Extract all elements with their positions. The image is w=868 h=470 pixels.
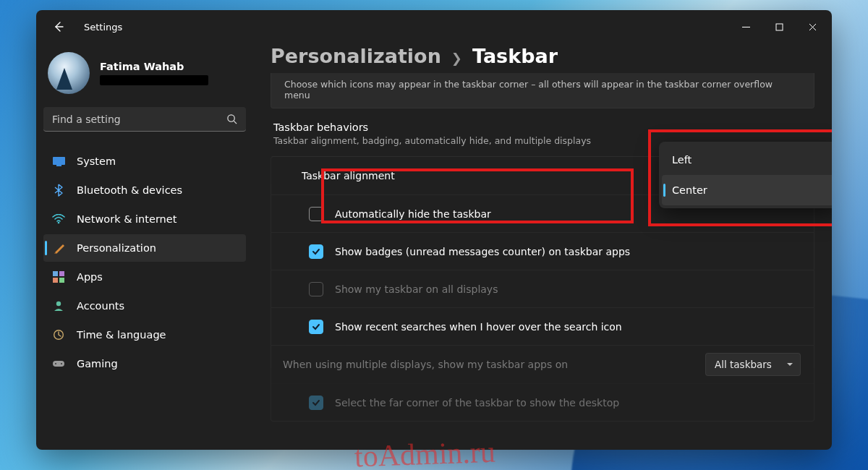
checkbox-checked[interactable] <box>309 244 323 259</box>
checkbox-unchecked[interactable] <box>309 207 323 221</box>
sidebar-item-label: System <box>77 155 116 167</box>
corner-overflow-hint: Choose which icons may appear in the tas… <box>271 73 814 108</box>
row-far-corner[interactable]: Select the far corner of the taskbar to … <box>271 383 814 421</box>
breadcrumb-parent[interactable]: Personalization <box>271 45 441 67</box>
row-badges[interactable]: Show badges (unread messages counter) on… <box>271 232 814 270</box>
paintbrush-icon <box>52 242 65 255</box>
maximize-icon <box>775 23 783 31</box>
row-label: Show badges (unread messages counter) on… <box>335 246 630 257</box>
profile-email-redacted <box>100 75 208 85</box>
check-icon <box>312 398 320 407</box>
checkbox-checked[interactable] <box>309 396 323 410</box>
checkbox-disabled <box>309 282 323 296</box>
alignment-option-center[interactable]: Center <box>662 175 832 205</box>
alignment-dropdown: Left Center <box>659 142 832 208</box>
main-panel: Personalization ❯ Taskbar Choose which i… <box>253 43 832 450</box>
sidebar-item-label: Network & internet <box>77 213 176 225</box>
profile-text: Fatima Wahab <box>100 61 208 85</box>
svg-rect-2 <box>53 157 65 165</box>
nav-list: System Bluetooth & devices Network & int… <box>43 148 246 377</box>
sidebar-item-apps[interactable]: Apps <box>43 263 246 291</box>
display-icon <box>52 155 65 168</box>
sidebar-item-label: Gaming <box>77 358 118 369</box>
app-title: Settings <box>84 22 122 33</box>
settings-window: Settings Fatima Wahab <box>36 10 832 450</box>
minimize-icon <box>742 23 750 31</box>
sidebar-item-accounts[interactable]: Accounts <box>43 292 246 320</box>
svg-point-13 <box>61 363 62 364</box>
sidebar-item-bluetooth[interactable]: Bluetooth & devices <box>43 176 246 204</box>
multi-displays-select: All taskbars <box>705 353 801 376</box>
svg-rect-5 <box>53 271 58 276</box>
window-controls <box>729 12 829 41</box>
row-label: Show recent searches when I hover over t… <box>335 321 622 333</box>
check-icon <box>312 322 320 331</box>
svg-rect-8 <box>59 278 64 283</box>
maximize-button[interactable] <box>762 12 796 41</box>
sidebar-item-personalization[interactable]: Personalization <box>43 234 246 262</box>
svg-rect-3 <box>56 165 61 166</box>
breadcrumb-current: Taskbar <box>472 45 558 67</box>
back-arrow-icon <box>53 21 64 33</box>
row-recent-searches[interactable]: Show recent searches when I hover over t… <box>271 307 814 345</box>
svg-rect-7 <box>53 278 58 283</box>
option-label: Left <box>672 154 692 166</box>
svg-rect-11 <box>53 361 64 367</box>
avatar <box>48 52 90 94</box>
row-label: Taskbar alignment <box>302 170 395 181</box>
svg-rect-0 <box>776 24 783 30</box>
row-label: Show my taskbar on all displays <box>335 283 498 295</box>
svg-rect-6 <box>59 271 64 276</box>
row-label: Select the far corner of the taskbar to … <box>335 397 619 409</box>
svg-point-9 <box>56 302 61 306</box>
titlebar: Settings <box>36 10 832 43</box>
row-label: Automatically hide the taskbar <box>335 208 491 220</box>
sidebar-item-label: Apps <box>77 271 103 283</box>
bluetooth-icon <box>52 184 65 197</box>
search-box[interactable] <box>43 107 246 132</box>
sidebar-item-gaming[interactable]: Gaming <box>43 350 246 377</box>
check-icon <box>312 247 320 256</box>
select-value: All taskbars <box>715 359 772 370</box>
row-all-displays-disabled: Show my taskbar on all displays <box>271 270 814 307</box>
minimize-button[interactable] <box>729 12 762 41</box>
sidebar-item-system[interactable]: System <box>43 148 246 175</box>
option-label: Center <box>672 184 707 196</box>
row-label: When using multiple displays, show my ta… <box>283 359 568 370</box>
wifi-icon <box>52 213 65 226</box>
apps-icon <box>52 270 65 283</box>
svg-point-4 <box>58 222 60 224</box>
close-icon <box>809 23 817 31</box>
profile-block[interactable]: Fatima Wahab <box>43 48 246 107</box>
row-multi-displays: When using multiple displays, show my ta… <box>271 345 814 383</box>
alignment-option-left[interactable]: Left <box>662 145 832 175</box>
accounts-icon <box>52 299 65 312</box>
svg-point-12 <box>55 363 56 364</box>
close-button[interactable] <box>796 12 829 41</box>
sidebar-item-network[interactable]: Network & internet <box>43 205 246 233</box>
sidebar-item-time-language[interactable]: Time & language <box>43 321 246 349</box>
sidebar-item-label: Time & language <box>77 329 166 341</box>
sidebar: Fatima Wahab System <box>36 43 253 450</box>
svg-point-1 <box>228 115 234 121</box>
sidebar-item-label: Bluetooth & devices <box>77 184 182 196</box>
chevron-right-icon: ❯ <box>451 51 462 66</box>
search-input[interactable] <box>52 114 226 125</box>
sidebar-item-label: Personalization <box>77 242 156 254</box>
checkbox-checked[interactable] <box>309 320 323 334</box>
sidebar-item-label: Accounts <box>77 300 124 312</box>
breadcrumb: Personalization ❯ Taskbar <box>271 43 814 73</box>
behaviors-title: Taskbar behaviors <box>273 121 812 133</box>
back-button[interactable] <box>46 14 71 39</box>
profile-name: Fatima Wahab <box>100 61 208 72</box>
clock-icon <box>52 328 65 341</box>
search-icon <box>226 114 237 124</box>
gamepad-icon <box>52 357 65 370</box>
